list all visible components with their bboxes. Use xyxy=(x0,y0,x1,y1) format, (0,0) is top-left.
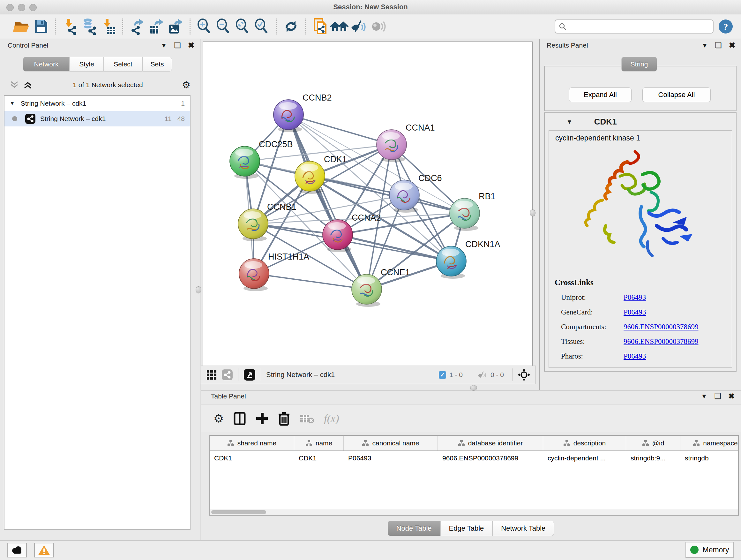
warnings-button[interactable] xyxy=(34,543,54,557)
network-collection-row[interactable]: ▼ String Network – cdk1 1 xyxy=(4,96,190,111)
table-cell[interactable]: P06493 xyxy=(344,451,438,465)
tab-string[interactable]: String xyxy=(621,57,657,71)
zoom-fit-button[interactable] xyxy=(233,17,253,36)
crosslink-link[interactable]: P06493 xyxy=(623,308,646,316)
column-type-icon xyxy=(642,440,649,446)
string-network-gray-icon[interactable] xyxy=(221,369,233,381)
panel-close-icon[interactable]: ✖ xyxy=(728,393,735,399)
bottom-splitter-handle[interactable] xyxy=(470,385,477,391)
results-actions-box: Expand All Collapse All xyxy=(544,66,737,111)
zoom-in-button[interactable] xyxy=(195,17,214,36)
export-image-button[interactable] xyxy=(166,17,185,36)
birdseye-navigator-icon[interactable] xyxy=(518,368,530,381)
right-splitter-handle[interactable] xyxy=(530,209,536,216)
tab-edge-table[interactable]: Edge Table xyxy=(441,521,493,536)
search-input[interactable] xyxy=(567,23,710,30)
table-horizontal-scrollbar[interactable] xyxy=(210,509,738,515)
refresh-view-button[interactable] xyxy=(281,17,300,36)
table-row[interactable]: CDK1CDK1P064939606.ENSP00000378699cyclin… xyxy=(210,451,738,465)
help-button[interactable]: ? xyxy=(719,19,733,34)
string-query-button[interactable] xyxy=(330,17,349,36)
column-header[interactable]: shared name xyxy=(210,436,294,450)
crosslink-link[interactable]: P06493 xyxy=(623,294,646,302)
open-session-button[interactable] xyxy=(12,17,31,36)
column-header[interactable]: name xyxy=(294,436,344,450)
export-table-button[interactable] xyxy=(147,17,166,36)
delete-column-trash-icon[interactable] xyxy=(278,412,290,426)
table-cell[interactable]: stringdb:9... xyxy=(626,451,680,465)
table-cell[interactable]: CDK1 xyxy=(210,451,294,465)
add-column-icon[interactable] xyxy=(256,412,268,426)
tab-node-table[interactable]: Node Table xyxy=(388,521,441,536)
tab-network[interactable]: Network xyxy=(23,57,70,71)
export-table-icon xyxy=(147,18,165,35)
hide-selected-button[interactable] xyxy=(349,17,368,36)
selected-checkbox-icon[interactable]: ✓ xyxy=(439,371,446,379)
panel-float-icon[interactable]: ❑ xyxy=(714,393,721,399)
save-floppy-icon xyxy=(33,19,49,34)
network-graph[interactable]: CCNB2CCNA1CDC25BCDK1CDC6RB1CCNB1CCNA2CDK… xyxy=(203,42,532,366)
collection-label: String Network – cdk1 xyxy=(21,100,175,107)
show-all-button[interactable] xyxy=(368,17,387,36)
expand-all-button[interactable]: Expand All xyxy=(569,87,631,102)
show-columns-icon[interactable] xyxy=(233,412,246,426)
table-cell[interactable]: CDK1 xyxy=(294,451,344,465)
toolbar-separator xyxy=(305,18,306,35)
scrollbar-thumb[interactable] xyxy=(211,510,266,514)
zoom-out-icon xyxy=(215,18,232,35)
tab-select[interactable]: Select xyxy=(104,57,142,71)
results-panel-title: Results Panel xyxy=(547,42,588,49)
panel-close-icon[interactable]: ✖ xyxy=(188,42,194,49)
clone-network-button[interactable] xyxy=(311,17,330,36)
import-table-file-button[interactable] xyxy=(98,17,118,36)
crosslink-label: Pharos: xyxy=(561,352,623,361)
tab-sets[interactable]: Sets xyxy=(142,57,172,71)
column-header[interactable]: namespace xyxy=(680,436,739,450)
export-network-button[interactable] xyxy=(128,17,147,36)
column-header[interactable]: canonical name xyxy=(344,436,438,450)
expand-all-icon[interactable] xyxy=(23,80,34,89)
toolbar-separator xyxy=(276,18,277,35)
crosslink-link[interactable]: P06493 xyxy=(623,352,646,361)
network-node-label: CCNA1 xyxy=(406,123,435,132)
panel-close-icon[interactable]: ✖ xyxy=(729,42,735,49)
import-network-file-button[interactable] xyxy=(60,17,79,36)
network-label: String Network – cdk1 xyxy=(40,115,159,123)
panel-menu-icon[interactable]: ▼ xyxy=(702,42,708,49)
table-cell[interactable]: cyclin-dependent ... xyxy=(543,451,626,465)
crosslink-link[interactable]: 9606.ENSP00000378699 xyxy=(623,337,698,346)
cloud-status-button[interactable] xyxy=(7,543,27,557)
panel-float-icon[interactable]: ❑ xyxy=(715,42,722,49)
crosslink-link[interactable]: 9606.ENSP00000378699 xyxy=(623,323,698,331)
left-splitter-handle[interactable] xyxy=(196,287,201,294)
table-cell[interactable]: stringdb xyxy=(680,451,739,465)
memory-button[interactable]: Memory xyxy=(685,542,734,558)
column-header[interactable]: @id xyxy=(626,436,680,450)
table-cell[interactable]: 9606.ENSP00000378699 xyxy=(438,451,543,465)
network-canvas[interactable]: CCNB2CCNA1CDC25BCDK1CDC6RB1CCNB1CCNA2CDK… xyxy=(203,42,533,366)
entry-collapse-icon[interactable]: ▼ xyxy=(566,118,572,125)
gene-detail-box: cyclin-dependent kinase 1 xyxy=(549,130,732,368)
panel-float-icon[interactable]: ❑ xyxy=(174,42,181,49)
tab-style[interactable]: Style xyxy=(70,57,104,71)
column-header[interactable]: database identifier xyxy=(438,436,543,450)
network-view-toolbar: String Network – cdk1 ✓ 1 - 0 0 - 0 xyxy=(201,366,536,384)
table-options-gear-icon[interactable]: ⚙ xyxy=(213,414,224,423)
zoom-selected-button[interactable] xyxy=(253,17,272,36)
import-network-database-button[interactable] xyxy=(79,17,98,36)
zoom-out-button[interactable] xyxy=(214,17,233,36)
column-type-icon xyxy=(563,440,570,446)
open-in-window-icon[interactable] xyxy=(244,369,256,381)
grid-view-icon[interactable] xyxy=(206,369,217,380)
save-session-button[interactable] xyxy=(31,17,51,36)
tree-expand-icon[interactable]: ▼ xyxy=(10,100,15,107)
column-header[interactable]: description xyxy=(543,436,626,450)
tab-network-table[interactable]: Network Table xyxy=(492,521,554,536)
panel-menu-icon[interactable]: ▼ xyxy=(161,42,167,49)
network-row-selected[interactable]: String Network – cdk1 11 48 xyxy=(4,111,190,126)
network-options-gear-icon[interactable]: ⚙ xyxy=(182,80,191,90)
collapse-all-button[interactable]: Collapse All xyxy=(643,87,711,102)
titlebar: Session: New Session xyxy=(0,0,741,14)
panel-menu-icon[interactable]: ▼ xyxy=(701,393,708,399)
collapse-all-icon[interactable] xyxy=(10,80,20,89)
